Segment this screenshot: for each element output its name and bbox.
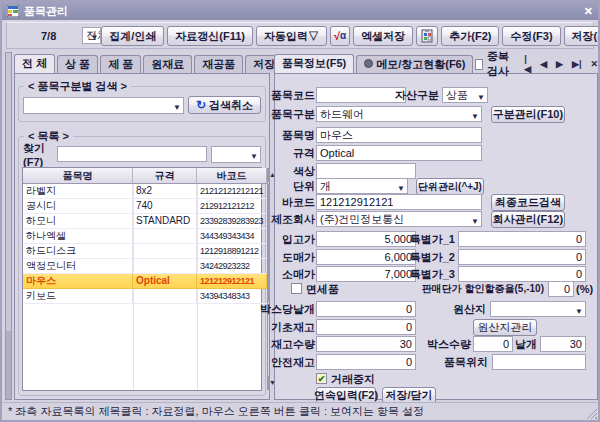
stock-input[interactable] [316,336,416,352]
asset-type-combobox[interactable]: 상품▼ [442,87,488,103]
table-cell: 액정모니터 [23,259,133,274]
in-price-input[interactable] [316,231,416,247]
discount-suffix: (%) [576,281,593,297]
scrollbar-thumb[interactable] [268,184,270,302]
spec-label: 규격 [293,145,315,161]
table-row[interactable]: 마우스Optical121212912121 [23,274,267,289]
whole-price-input[interactable] [316,249,416,265]
table-cell: 344349343434 [197,229,267,244]
category-row: 품목구분 하드웨어▼ 구분관리(F10) [275,106,597,123]
table-cell [133,244,197,259]
search-cancel-button[interactable]: ↻ 검색취소 [188,96,261,114]
table-row[interactable]: 라벨지8x221212121212121 [23,184,267,199]
find-row: 찾기(F7) ▼ [23,145,261,163]
tab-goods[interactable]: 상 품 [57,55,98,73]
left-splitter-bar[interactable] [5,52,12,400]
unit-manage-button[interactable]: 단위관리(^+J) [416,178,484,195]
tab-memo-warehouse[interactable]: 메모/창고현황(F6) [356,55,473,73]
find-field-combobox[interactable]: ▼ [211,146,261,163]
window-close-icon[interactable]: ✕ [584,5,593,18]
taxfree-checkbox[interactable] [291,283,302,294]
special1-input[interactable] [458,231,586,247]
category-search-combobox[interactable]: ▼ [23,97,184,114]
detail-tabs: 품목정보(F5) 메모/창고현황(F6) 중복검사 |◀ ◀ ▶ ▶| ✕ [274,54,598,73]
nav-prev-icon[interactable]: ◀ [540,59,547,69]
item-name-input[interactable] [316,127,482,143]
color-input[interactable] [316,163,416,179]
item-table-header[interactable]: 품목명 규격 바코드 [23,168,267,184]
origin-manage-button[interactable]: 원산지관리 [473,319,537,336]
table-row[interactable]: 하나엑셀344349343434 [23,229,267,244]
maker-combobox[interactable]: (주)건민정보통신▼ [316,211,482,227]
company-manage-button[interactable]: 회사관리(F12) [491,211,565,228]
barcode-input[interactable] [316,194,482,210]
category-manage-button[interactable]: 구분관리(F10) [491,106,565,123]
pieces-input[interactable] [540,336,586,352]
item-code-input[interactable] [316,87,406,103]
nav-next-icon[interactable]: ▶ [556,59,563,69]
formula-icon-button[interactable]: √α [330,26,350,46]
discount-input[interactable] [548,281,574,297]
tab-item-info[interactable]: 품목정보(F5) [274,54,354,73]
tab-wip[interactable]: 재공품 [194,55,243,73]
barcode-row: 바코드 최종코드검색 [275,194,597,211]
box-qty-input[interactable] [473,336,513,352]
stop-trade-row: ✔ 거래중지 [275,371,597,388]
tab-products[interactable]: 제 품 [100,55,141,73]
dup-check-checkbox[interactable] [475,59,483,70]
scroll-up-icon[interactable]: ▲ [268,168,270,182]
table-row[interactable]: 하드디스크1212918891212 [23,244,267,259]
save-button[interactable]: 저장(F8) [564,26,600,46]
safe-stock-input[interactable] [316,354,416,370]
spec-input[interactable] [316,145,482,161]
main-toolbar: 7/8 전체 ▼ 집계/인쇄 자료갱신(F11) 자동입력▽ √α 엑셀저장 추… [6,22,594,49]
last-code-search-button[interactable]: 최종코드검색 [491,194,565,211]
color-label: 색상 [293,163,315,179]
base-stock-label: 기초재고 [271,319,315,335]
discount-label: 판매단가 할인할증율(5,-10) [422,281,544,297]
origin-combobox[interactable]: ▼ [490,301,586,317]
table-cell: 하모니 [23,214,133,229]
per-box-input[interactable] [316,301,416,317]
table-row[interactable]: 키보드34394348343 [23,289,267,304]
add-button[interactable]: 추가(F2) [441,26,499,46]
nav-first-icon[interactable]: |◀ [524,54,531,74]
refresh-data-button[interactable]: 자료갱신(F11) [167,26,253,46]
table-row[interactable]: 액정모니터34242923232 [23,259,267,274]
dup-check-label: 중복검사 [487,49,514,79]
find-input[interactable] [57,146,207,162]
search-group-title: < 품목구분별 검색 > [24,79,131,94]
col-header-name[interactable]: 품목명 [23,168,133,184]
export-clipboard-icon-button[interactable] [416,26,438,46]
resize-grip-icon[interactable] [586,408,597,419]
whole-price-row: 도매가 특별가_2 [275,249,597,266]
table-row[interactable]: 공시디740212912121212 [23,199,267,214]
nav-close-icon[interactable]: ✕ [590,59,598,69]
excel-save-button[interactable]: 엑셀저장 [353,26,413,46]
aggregate-print-button[interactable]: 집계/인쇄 [101,26,164,46]
filter-combobox[interactable]: 전체 ▼ [82,27,101,44]
splitter-handle[interactable] [6,331,11,399]
col-header-barcode[interactable]: 바코드 [197,168,267,184]
auto-input-button[interactable]: 자동입력▽ [256,26,327,46]
edit-button[interactable]: 수정(F3) [502,26,560,46]
category-combobox[interactable]: 하드웨어▼ [316,106,482,122]
table-row[interactable]: 하모니STANDARD23392839283923 [23,214,267,229]
col-header-spec[interactable]: 규격 [133,168,197,184]
unit-combobox[interactable]: 개▼ [316,178,408,194]
special3-input[interactable] [458,266,586,282]
stop-trade-checkbox[interactable]: ✔ [316,373,327,384]
location-input[interactable] [492,354,586,370]
table-cell: 라벨지 [23,184,133,199]
tab-raw-materials[interactable]: 원재료 [143,55,192,73]
retail-price-input[interactable] [316,266,416,282]
table-cell: 1212918891212 [197,244,267,259]
base-stock-input[interactable] [316,319,416,335]
special2-input[interactable] [458,249,586,265]
tab-all[interactable]: 전 체 [14,54,55,73]
vertical-scrollbar[interactable]: ▲ ▼ [267,168,268,390]
nav-last-icon[interactable]: ▶| [572,59,581,69]
item-code-row: 품목코드 자산구분 상품▼ [275,87,597,104]
scroll-down-icon[interactable]: ▼ [268,376,270,390]
stock-label: 재고수량 [271,336,315,352]
